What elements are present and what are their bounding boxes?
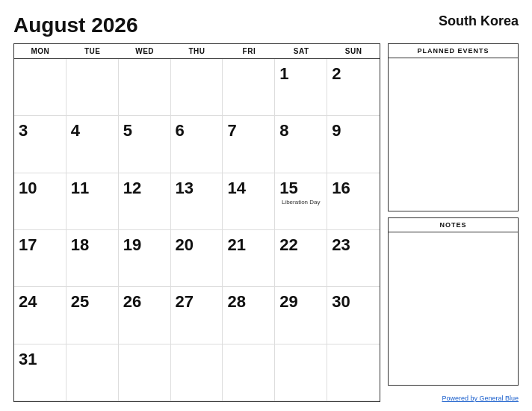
date-number: 2 <box>332 65 341 83</box>
main-content: MONTUEWEDTHUFRISATSUN 123456789101112131… <box>13 43 519 402</box>
date-number: 5 <box>123 122 132 140</box>
footer: Powered by General Blue <box>388 395 519 402</box>
calendar-cell: 1 <box>275 59 327 116</box>
day-header: MON <box>14 44 66 58</box>
day-header: SUN <box>327 44 380 58</box>
calendar-section: MONTUEWEDTHUFRISATSUN 123456789101112131… <box>13 43 380 402</box>
calendar-cell: 13 <box>171 173 223 230</box>
date-number: 13 <box>176 179 194 197</box>
date-number: 23 <box>332 236 350 254</box>
day-headers: MONTUEWEDTHUFRISATSUN <box>14 44 380 59</box>
calendar-cell <box>14 59 66 116</box>
date-number: 22 <box>279 236 297 254</box>
date-number: 9 <box>332 122 341 140</box>
calendar-cell: 12 <box>119 173 171 230</box>
date-number: 30 <box>332 293 350 311</box>
header: August 2026 South Korea <box>13 13 519 37</box>
calendar-cell <box>119 344 171 401</box>
calendar-cell: 21 <box>223 230 275 287</box>
calendar-cell: 28 <box>223 287 275 344</box>
planned-events-title: PLANNED EVENTS <box>389 44 518 58</box>
calendar-cell: 27 <box>171 287 223 344</box>
date-number: 17 <box>19 236 37 254</box>
calendar-cell <box>171 344 223 401</box>
date-number: 25 <box>71 293 89 311</box>
sidebar: PLANNED EVENTS NOTES Powered by General … <box>388 43 519 402</box>
calendar-cell <box>66 59 119 116</box>
calendar-cell: 18 <box>66 230 119 287</box>
calendar-cell: 22 <box>275 230 327 287</box>
calendar-cell <box>275 344 327 401</box>
date-number: 3 <box>19 122 28 140</box>
date-number: 6 <box>176 122 185 140</box>
calendar-cell: 3 <box>14 116 66 173</box>
calendar-cell: 15Liberation Day <box>275 173 327 230</box>
event-label: Liberation Day <box>279 199 322 206</box>
calendar-cell <box>327 344 380 401</box>
calendar-cell: 8 <box>275 116 327 173</box>
date-number: 24 <box>19 293 37 311</box>
calendar-cell: 14 <box>223 173 275 230</box>
calendar-cell: 6 <box>171 116 223 173</box>
day-header: SAT <box>275 44 327 58</box>
calendar-cell <box>119 59 171 116</box>
date-number: 19 <box>123 236 141 254</box>
calendar-cell: 5 <box>119 116 171 173</box>
calendar-cell: 25 <box>66 287 119 344</box>
date-number: 18 <box>71 236 89 254</box>
date-number: 14 <box>227 179 245 197</box>
calendar-cell: 23 <box>327 230 380 287</box>
date-number: 12 <box>123 179 141 197</box>
date-number: 8 <box>279 122 288 140</box>
date-number: 11 <box>71 179 89 197</box>
day-header: FRI <box>223 44 275 58</box>
day-header: THU <box>171 44 223 58</box>
calendar-cell: 19 <box>119 230 171 287</box>
calendar-cell: 29 <box>275 287 327 344</box>
calendar-page: August 2026 South Korea MONTUEWEDTHUFRIS… <box>0 0 532 411</box>
calendar-cell <box>223 59 275 116</box>
calendar-grid: 123456789101112131415Liberation Day16171… <box>14 59 380 401</box>
notes-title: NOTES <box>389 218 518 232</box>
country-title: South Korea <box>439 13 519 29</box>
month-year-title: August 2026 <box>13 13 138 37</box>
calendar-cell: 30 <box>327 287 380 344</box>
date-number: 20 <box>176 236 194 254</box>
calendar-cell: 9 <box>327 116 380 173</box>
day-header: WED <box>119 44 171 58</box>
date-number: 1 <box>279 65 288 83</box>
date-number: 15 <box>279 179 297 197</box>
calendar-cell: 20 <box>171 230 223 287</box>
calendar-cell: 16 <box>327 173 380 230</box>
notes-content <box>389 232 518 385</box>
date-number: 10 <box>19 179 37 197</box>
calendar-cell <box>171 59 223 116</box>
planned-events-content <box>389 58 518 211</box>
calendar-cell: 2 <box>327 59 380 116</box>
day-header: TUE <box>66 44 119 58</box>
calendar-cell: 31 <box>14 344 66 401</box>
notes-box: NOTES <box>388 217 519 386</box>
calendar-cell: 10 <box>14 173 66 230</box>
calendar-cell: 24 <box>14 287 66 344</box>
planned-events-box: PLANNED EVENTS <box>388 43 519 211</box>
date-number: 4 <box>71 122 80 140</box>
calendar-cell <box>223 344 275 401</box>
date-number: 29 <box>279 293 297 311</box>
date-number: 28 <box>227 293 245 311</box>
calendar-cell: 11 <box>66 173 119 230</box>
calendar-cell: 26 <box>119 287 171 344</box>
general-blue-link[interactable]: Powered by General Blue <box>442 395 519 402</box>
calendar-cell: 7 <box>223 116 275 173</box>
date-number: 21 <box>227 236 245 254</box>
date-number: 16 <box>332 179 350 197</box>
date-number: 27 <box>176 293 194 311</box>
date-number: 7 <box>227 122 236 140</box>
date-number: 26 <box>123 293 141 311</box>
calendar-cell <box>66 344 119 401</box>
calendar-cell: 4 <box>66 116 119 173</box>
calendar-cell: 17 <box>14 230 66 287</box>
date-number: 31 <box>19 350 37 368</box>
